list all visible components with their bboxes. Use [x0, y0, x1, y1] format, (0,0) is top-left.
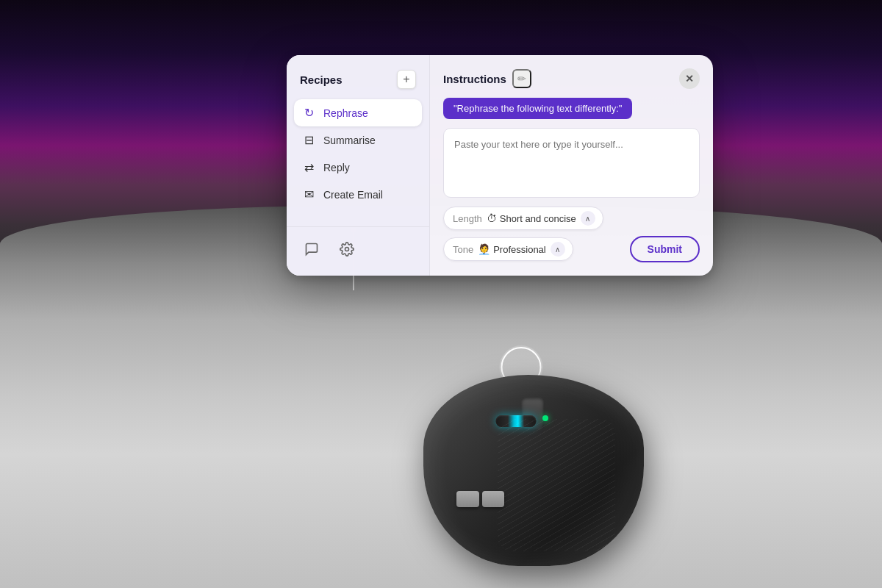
length-label: Length — [453, 213, 482, 224]
professional-icon: 🧑‍💼 — [478, 243, 490, 255]
mouse-side-buttons — [456, 491, 504, 507]
prompt-badge: "Rephrase the following text differently… — [443, 98, 632, 119]
mouse-container — [379, 316, 688, 566]
tone-value: 🧑‍💼 Professional — [478, 243, 546, 255]
tone-label: Tone — [453, 244, 473, 255]
recipe-item-reply[interactable]: ⇄ Reply — [294, 154, 422, 181]
recipe-label-summarise: Summarise — [323, 135, 376, 146]
mouse-texture — [498, 419, 615, 551]
recipes-footer — [287, 226, 429, 264]
instructions-header: Instructions ✏ ✕ — [443, 68, 700, 89]
instructions-panel: Instructions ✏ ✕ "Rephrase the following… — [430, 55, 713, 276]
recipes-panel: Recipes + ↻ Rephrase ⊟ Summarise ⇄ Reply… — [287, 55, 430, 276]
rephrase-icon: ↻ — [301, 106, 316, 120]
add-recipe-button[interactable]: + — [397, 70, 416, 89]
pencil-icon: ✏ — [517, 73, 526, 85]
length-value: ⏱ Short and concise — [487, 212, 576, 224]
recipe-list: ↻ Rephrase ⊟ Summarise ⇄ Reply ✉ Create … — [287, 99, 429, 220]
length-control-row: Length ⏱ Short and concise ∧ — [443, 207, 700, 230]
recipes-header: Recipes + — [287, 70, 429, 99]
close-button[interactable]: ✕ — [679, 68, 700, 89]
recipes-title: Recipes — [300, 74, 343, 86]
tone-control-row: Tone 🧑‍💼 Professional ∧ Submit — [443, 236, 700, 262]
mouse-side-btn-1 — [456, 491, 479, 507]
main-panel: Recipes + ↻ Rephrase ⊟ Summarise ⇄ Reply… — [287, 55, 713, 276]
clock-icon: ⏱ — [487, 212, 497, 224]
mouse-body — [423, 375, 644, 566]
tone-chevron-button[interactable]: ∧ — [551, 242, 565, 257]
mouse-side-btn-2 — [482, 491, 505, 507]
length-control[interactable]: Length ⏱ Short and concise ∧ — [443, 207, 603, 230]
recipe-label-rephrase: Rephrase — [323, 107, 368, 119]
recipe-item-rephrase[interactable]: ↻ Rephrase — [294, 99, 422, 126]
length-chevron-button[interactable]: ∧ — [581, 211, 595, 226]
reply-icon: ⇄ — [301, 160, 316, 174]
edit-instructions-button[interactable]: ✏ — [512, 69, 531, 88]
svg-point-0 — [345, 248, 349, 251]
text-input[interactable] — [443, 128, 700, 198]
chat-button[interactable] — [300, 237, 323, 261]
controls-section: Length ⏱ Short and concise ∧ Tone 🧑‍💼 Pr… — [443, 207, 700, 262]
tone-control[interactable]: Tone 🧑‍💼 Professional ∧ — [443, 237, 573, 261]
settings-button[interactable] — [335, 237, 359, 261]
recipe-item-summarise[interactable]: ⊟ Summarise — [294, 126, 422, 154]
recipe-item-create-email[interactable]: ✉ Create Email — [294, 181, 422, 208]
instructions-title-row: Instructions ✏ — [443, 69, 531, 88]
email-icon: ✉ — [301, 187, 316, 201]
summarise-icon: ⊟ — [301, 133, 316, 147]
recipe-label-reply: Reply — [323, 162, 350, 173]
submit-button[interactable]: Submit — [630, 236, 700, 262]
recipe-label-create-email: Create Email — [323, 189, 383, 201]
instructions-title: Instructions — [443, 73, 506, 85]
